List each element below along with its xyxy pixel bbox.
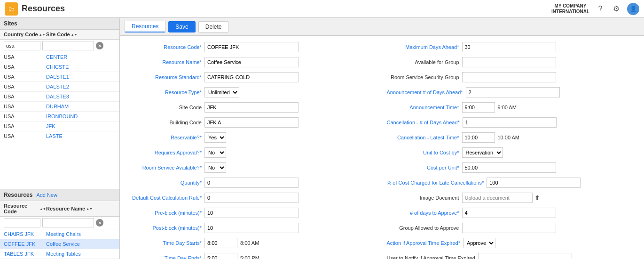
days-approve-row: # of days to Approve*: [387, 207, 635, 219]
sites-table-header: Country Code ▲▼ Site Code ▲▼: [0, 30, 119, 40]
resources-table-header: Resource Code ▲▼ Resource Name ▲▼: [0, 201, 119, 217]
site-code-input[interactable]: [204, 102, 298, 113]
resources-tab[interactable]: Resources: [4, 192, 32, 198]
sites-clear-button[interactable]: ✕: [96, 42, 103, 49]
res-name-sort-icon[interactable]: ▲▼: [86, 207, 93, 210]
image-doc-label: Image Document: [387, 195, 462, 201]
site-row[interactable]: USADALSTE2: [0, 82, 119, 92]
room-service-select[interactable]: No Yes: [204, 162, 226, 173]
cancellation-latest-pair: 10:00 AM: [462, 132, 519, 143]
time-starts-pair: 8:00 AM: [204, 238, 259, 248]
upload-area: ⬆: [462, 193, 540, 203]
image-doc-input[interactable]: [462, 193, 533, 203]
announcement-days-input[interactable]: [466, 87, 560, 97]
max-days-input[interactable]: [462, 42, 556, 52]
res-name-filter-input[interactable]: [42, 218, 94, 227]
time-ends-row: Time Day Ends* 5:00 PM: [129, 252, 377, 259]
resource-type-row: Resource Type* Unlimited Limited: [129, 87, 377, 98]
cancellation-latest-label: Cancellation - Latest Time*: [387, 135, 462, 140]
action-approval-select[interactable]: Approve Cancel: [463, 238, 495, 248]
resource-code-input[interactable]: [204, 42, 298, 52]
days-approve-input[interactable]: [462, 208, 556, 218]
res-code-filter-input[interactable]: [4, 218, 40, 227]
site-row[interactable]: USADALSTE3: [0, 92, 119, 102]
requires-approval-row: Requires Approval?* No Yes: [129, 147, 377, 158]
group-approve-input[interactable]: [462, 223, 556, 233]
time-ends-display: 5:00 PM: [240, 255, 259, 259]
reservable-select[interactable]: Yes No: [204, 132, 226, 143]
add-new-button[interactable]: Add New: [36, 192, 57, 198]
res-code-sort-icon[interactable]: ▲▼: [39, 207, 46, 210]
resources-toolbar-tab[interactable]: Resources: [125, 21, 165, 32]
app-header: 🗂 Resources MY COMPANY INTERNATIONAL ? ⚙…: [0, 0, 644, 18]
save-button[interactable]: Save: [168, 21, 195, 32]
settings-icon[interactable]: ⚙: [611, 4, 621, 14]
resource-name-input[interactable]: [204, 57, 298, 67]
postblock-input[interactable]: [204, 223, 298, 233]
room-service-sec-input[interactable]: [462, 72, 556, 82]
announcement-time-input[interactable]: [462, 102, 495, 113]
resource-type-label: Resource Type*: [129, 89, 204, 95]
company-logo: MY COMPANY INTERNATIONAL: [551, 3, 589, 15]
available-group-input[interactable]: [462, 57, 556, 67]
default-cost-input[interactable]: [204, 193, 298, 203]
resource-row[interactable]: TABLES JFKMeeting Tables: [0, 249, 119, 259]
action-approval-label: Action if Approval Time Expired*: [387, 240, 463, 246]
cancellation-latest-input[interactable]: [462, 132, 495, 143]
app-title: Resources: [22, 4, 65, 14]
resource-name-row: Resource Name*: [129, 57, 377, 68]
user-avatar[interactable]: 👤: [627, 3, 639, 15]
quantity-input[interactable]: [204, 178, 298, 188]
upload-icon[interactable]: ⬆: [534, 194, 540, 202]
resource-standard-label: Resource Standard*: [129, 74, 204, 80]
resources-clear-button[interactable]: ✕: [96, 219, 103, 227]
sidebar: Sites Country Code ▲▼ Site Code ▲▼ ✕ USA…: [0, 18, 120, 259]
delete-button[interactable]: Delete: [198, 21, 229, 32]
site-row[interactable]: USAJFK: [0, 121, 119, 131]
resource-row[interactable]: CHAIRS JFKMeeting Chairs: [0, 229, 119, 239]
site-row[interactable]: USACENTER: [0, 52, 119, 62]
cost-per-unit-row: Cost per Unit*: [387, 162, 635, 173]
country-sort-icon[interactable]: ▲▼: [39, 33, 46, 36]
resources-table: CHAIRS JFKMeeting ChairsCOFFEE JFKCoffee…: [0, 229, 119, 259]
building-code-input[interactable]: [204, 117, 298, 128]
cancellation-days-input[interactable]: [463, 117, 557, 128]
pct-cost-row: % of Cost Charged for Late Cancellations…: [387, 177, 635, 188]
resource-standard-input[interactable]: [204, 72, 298, 82]
site-sort-icon[interactable]: ▲▼: [71, 33, 78, 36]
unit-cost-select[interactable]: Reservation Person Hour: [462, 147, 503, 158]
notify-input[interactable]: [478, 253, 572, 259]
requires-approval-label: Requires Approval?*: [129, 150, 204, 155]
cost-per-unit-label: Cost per Unit*: [387, 165, 462, 170]
default-cost-label: Default Cost Calculation Rule*: [129, 195, 204, 201]
site-row[interactable]: USAIRONBOUND: [0, 112, 119, 121]
site-filter-input[interactable]: [42, 41, 94, 50]
time-ends-input[interactable]: [204, 253, 237, 259]
site-row[interactable]: USADALSTE1: [0, 72, 119, 82]
announcement-days-row: Announcement # of Days Ahead*: [387, 87, 635, 98]
cost-per-unit-input[interactable]: [462, 162, 556, 173]
reservable-label: Reservable?*: [129, 135, 204, 140]
sites-section-header: Sites: [0, 18, 119, 30]
help-icon[interactable]: ?: [595, 4, 605, 14]
resource-type-select[interactable]: Unlimited Limited: [204, 87, 239, 97]
resource-standard-row: Resource Standard*: [129, 72, 377, 83]
cancellation-latest-row: Cancellation - Latest Time* 10:00 AM: [387, 132, 635, 143]
header-right: MY COMPANY INTERNATIONAL ? ⚙ 👤: [551, 3, 639, 15]
toolbar: Resources Save Delete: [120, 18, 644, 36]
max-days-label: Maximum Days Ahead*: [387, 44, 462, 50]
site-row[interactable]: USADURHAM: [0, 102, 119, 112]
country-filter-input[interactable]: [4, 41, 40, 50]
available-group-row: Available for Group: [387, 57, 635, 68]
sites-table: USACENTERUSACHICSTEUSADALSTE1USADALSTE2U…: [0, 52, 119, 189]
site-row[interactable]: USACHICSTE: [0, 62, 119, 72]
announcement-time-pair: 9:00 AM: [462, 102, 517, 113]
preblock-input[interactable]: [204, 208, 298, 218]
pct-cost-input[interactable]: [487, 178, 581, 188]
announcement-time-label: Announcement Time*: [387, 105, 462, 110]
site-row[interactable]: USALASTE: [0, 131, 119, 141]
res-code-header: Resource Code ▲▼: [4, 203, 46, 214]
time-starts-input[interactable]: [204, 238, 237, 248]
requires-approval-select[interactable]: No Yes: [204, 147, 226, 158]
resource-row[interactable]: COFFEE JFKCoffee Service: [0, 239, 119, 249]
